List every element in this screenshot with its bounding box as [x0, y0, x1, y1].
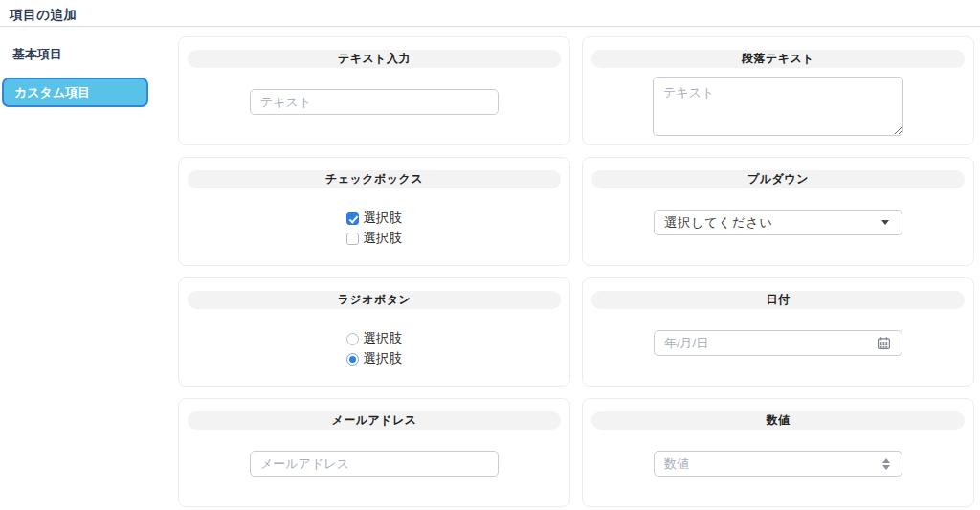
email-input-field[interactable]	[250, 451, 499, 477]
card-date-title: 日付	[591, 291, 965, 309]
radio-option[interactable]: 選択肢	[346, 330, 402, 347]
number-placeholder: 数値	[664, 455, 689, 473]
spinner-down-icon	[882, 465, 890, 470]
radio-option-label: 選択肢	[363, 350, 402, 367]
card-radio-title: ラジオボタン	[188, 291, 561, 309]
page-title: 項目の追加	[10, 7, 980, 24]
card-text-input[interactable]: テキスト入力	[178, 36, 570, 145]
pulldown-select-field[interactable]: 選択してください	[654, 210, 902, 235]
card-paragraph-text[interactable]: 段落テキスト	[582, 36, 974, 145]
card-text-input-title: テキスト入力	[188, 50, 561, 68]
date-placeholder: 年/月/日	[664, 335, 708, 352]
card-pulldown[interactable]: プルダウン 選択してください	[582, 157, 974, 266]
sidebar: 基本項目 カスタム項目	[0, 27, 178, 510]
checkbox-option-label: 選択肢	[363, 210, 402, 227]
sidebar-item-custom-label: カスタム項目	[14, 84, 90, 101]
page-header: 項目の追加	[0, 0, 980, 27]
date-input-field[interactable]: 年/月/日	[654, 330, 902, 356]
checkbox-option[interactable]: 選択肢	[346, 210, 402, 227]
radio-unchecked-icon	[346, 333, 359, 345]
sidebar-item-basic[interactable]: 基本項目	[12, 46, 178, 63]
card-paragraph-text-title: 段落テキスト	[591, 50, 965, 68]
checkbox-option-label: 選択肢	[363, 230, 402, 247]
card-number-title: 数値	[591, 411, 965, 430]
card-number[interactable]: 数値 数値	[582, 398, 974, 507]
card-email[interactable]: メールアドレス	[178, 398, 570, 507]
card-date[interactable]: 日付 年/月/日	[582, 277, 974, 387]
checkbox-checked-icon	[346, 212, 359, 225]
card-email-title: メールアドレス	[188, 411, 561, 430]
checkbox-unchecked-icon	[346, 233, 359, 245]
spinner-up-icon	[882, 458, 890, 463]
radio-checked-icon	[346, 353, 359, 366]
number-spinner[interactable]	[882, 458, 890, 470]
sidebar-item-basic-label: 基本項目	[12, 47, 62, 61]
checkbox-option[interactable]: 選択肢	[346, 230, 402, 247]
number-input-field[interactable]: 数値	[654, 451, 902, 477]
caret-down-icon	[881, 220, 889, 225]
sidebar-item-custom[interactable]: カスタム項目	[2, 78, 148, 107]
radio-option-label: 選択肢	[363, 330, 402, 347]
paragraph-textarea-field[interactable]	[653, 77, 903, 136]
pulldown-selected-value: 選択してください	[664, 214, 773, 232]
card-radio[interactable]: ラジオボタン 選択肢 選択肢	[178, 277, 570, 387]
card-checkbox-title: チェックボックス	[188, 170, 561, 188]
card-grid: テキスト入力 段落テキスト チェックボックス 選択肢	[178, 36, 974, 510]
radio-option[interactable]: 選択肢	[346, 350, 402, 367]
card-checkbox[interactable]: チェックボックス 選択肢 選択肢	[178, 157, 570, 266]
card-pulldown-title: プルダウン	[591, 170, 965, 188]
text-input-field[interactable]	[250, 89, 499, 115]
calendar-icon[interactable]	[877, 336, 891, 350]
